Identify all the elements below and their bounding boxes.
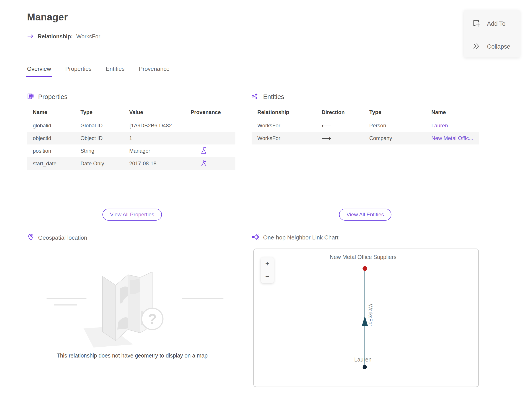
provenance-flag-icon[interactable] (201, 146, 207, 155)
svg-text:?: ? (148, 311, 157, 327)
geospatial-empty-message: This relationship does not have geometry… (27, 352, 237, 359)
entities-section-title: Entities (263, 93, 284, 101)
entity-link[interactable]: New Metal Offic... (426, 132, 479, 144)
properties-table: Name Type Value Provenance globalid Glob… (27, 109, 235, 170)
view-all-properties-button[interactable]: View All Properties (102, 208, 162, 221)
geospatial-section-header: Geospatial location (27, 234, 87, 242)
direction-arrow: ⟵ (316, 119, 364, 132)
properties-section-header: Properties (27, 93, 67, 101)
table-row: WorksFor ⟶ Company New Metal Offic... (252, 132, 479, 144)
link-chart-section-header: One-hop Neighbor Link Chart (252, 234, 338, 241)
col-relationship: Relationship (252, 109, 316, 119)
entity-link[interactable]: Lauren (426, 119, 479, 132)
col-type: Type (75, 109, 123, 119)
table-row: position String Manager (27, 144, 235, 157)
collapse-label: Collapse (487, 43, 510, 50)
map-placeholder-illustration: ? (27, 255, 237, 351)
link-chart-canvas[interactable]: + − New Metal Office Suppliers Lauren Wo… (253, 248, 479, 387)
col-type: Type (364, 109, 426, 119)
col-provenance: Provenance (185, 109, 235, 119)
col-name: Name (426, 109, 479, 119)
table-row: objectid Object ID 1 (27, 132, 235, 144)
node-dot-company[interactable] (363, 266, 367, 271)
properties-table-header: Name Type Value Provenance (27, 109, 235, 119)
properties-section-title: Properties (38, 93, 67, 101)
left-column: Properties Name Type Value Provenance gl… (27, 0, 237, 403)
link-chart-section-title: One-hop Neighbor Link Chart (263, 234, 338, 241)
entities-graph-icon (252, 93, 259, 101)
right-column: Entities Relationship Direction Type Nam… (252, 0, 479, 403)
one-hop-share-icon (252, 234, 259, 241)
col-name: Name (27, 109, 75, 119)
col-value: Value (123, 109, 185, 119)
map-pin-icon (27, 234, 34, 242)
direction-arrow: ⟶ (316, 132, 364, 144)
col-direction: Direction (316, 109, 364, 119)
geospatial-section-title: Geospatial location (38, 234, 87, 241)
entities-section-header: Entities (252, 93, 284, 101)
table-row: globalid Global ID {1A9DB2B6-D482... (27, 119, 235, 132)
table-row: WorksFor ⟵ Person Lauren (252, 119, 479, 132)
edge-arrowhead (362, 316, 368, 326)
table-row: start_date Date Only 2017-08-18 (27, 157, 235, 170)
view-all-entities-button[interactable]: View All Entities (339, 208, 392, 221)
node-dot-person[interactable] (363, 365, 367, 369)
provenance-flag-icon[interactable] (201, 159, 207, 168)
link-chart-graphic (254, 249, 478, 387)
add-to-label: Add To (487, 20, 506, 27)
properties-icon (27, 93, 34, 101)
entities-table: Relationship Direction Type Name WorksFo… (252, 109, 479, 144)
entities-table-header: Relationship Direction Type Name (252, 109, 479, 119)
